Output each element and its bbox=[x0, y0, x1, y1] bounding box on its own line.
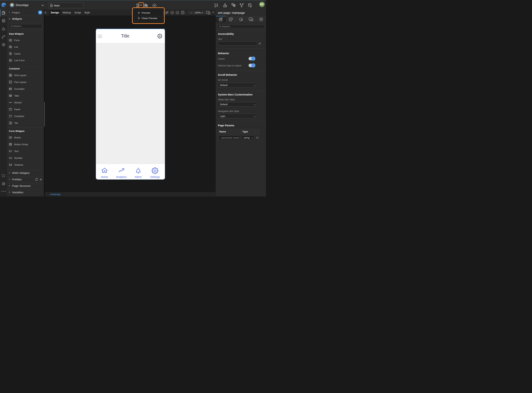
svg-text:1 2 3: 1 2 3 bbox=[10, 157, 11, 158]
svg-text:LOG: LOG bbox=[3, 183, 4, 184]
svg-text:A: A bbox=[232, 4, 233, 5]
